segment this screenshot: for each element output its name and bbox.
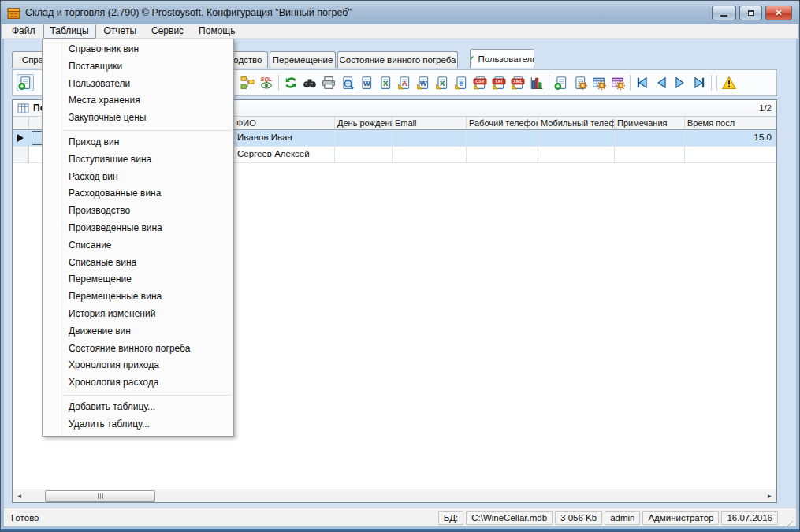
cell[interactable] bbox=[615, 147, 685, 163]
menu-item-storage-places[interactable]: Места хранения bbox=[43, 92, 233, 110]
menubar-item-help[interactable]: Помощь bbox=[192, 24, 242, 39]
titlebar[interactable]: Склад и торговля (2.790) © Prostoysoft. … bbox=[1, 1, 799, 24]
menu-item-expended-wines[interactable]: Расходованные вина bbox=[43, 185, 233, 203]
menu-item-received-wines[interactable]: Поступившие вина bbox=[43, 151, 233, 169]
menubar-item-reports[interactable]: Отчеты bbox=[97, 24, 143, 39]
add-row-icon[interactable] bbox=[553, 74, 570, 91]
nav-last-icon[interactable] bbox=[690, 74, 708, 91]
row-selector[interactable] bbox=[13, 130, 29, 147]
scroll-left-icon[interactable]: ◄ bbox=[13, 489, 26, 502]
config-properties-icon[interactable] bbox=[609, 74, 627, 91]
column-header-2[interactable]: День рождения bbox=[335, 117, 393, 129]
resize-grip[interactable] bbox=[783, 516, 793, 526]
menu-item-change-history[interactable]: История изменений bbox=[43, 306, 233, 323]
column-header-1[interactable]: ФИО bbox=[234, 117, 335, 129]
close-button[interactable]: ✕ bbox=[765, 6, 792, 20]
cell[interactable] bbox=[615, 130, 685, 147]
tab-cellar-state[interactable]: Состояние винного погреба bbox=[337, 51, 458, 68]
status-ready: Готово bbox=[7, 513, 436, 523]
export-txt-icon[interactable]: TXT bbox=[490, 74, 508, 91]
nav-next-icon[interactable] bbox=[672, 74, 689, 91]
menu-separator bbox=[64, 130, 232, 131]
svg-text:XML: XML bbox=[513, 79, 523, 84]
menu-item-movement[interactable]: Перемещение bbox=[43, 271, 233, 288]
export-csv-icon[interactable]: CSV bbox=[471, 74, 489, 91]
menu-item-wine-directory[interactable]: Справочник вин bbox=[43, 41, 233, 58]
menu-item-writtenoff-wines[interactable]: Списаные вина bbox=[43, 255, 233, 272]
menubar-item-service[interactable]: Сервис bbox=[144, 24, 191, 39]
menu-item-purchase-prices[interactable]: Закупочные цены bbox=[43, 110, 233, 127]
preview-icon[interactable] bbox=[339, 74, 356, 91]
svg-text:CSV: CSV bbox=[475, 79, 484, 84]
menu-item-cellar-state[interactable]: Состояние винного погреба bbox=[43, 340, 233, 358]
table-icon bbox=[17, 103, 29, 113]
scroll-thumb[interactable] bbox=[45, 490, 155, 502]
menu-item-add-table[interactable]: Добавить таблицу... bbox=[43, 399, 233, 416]
export-html-icon[interactable]: e bbox=[452, 74, 470, 91]
print-icon[interactable] bbox=[320, 74, 337, 91]
cell[interactable] bbox=[467, 130, 538, 147]
toolbar-separator bbox=[630, 75, 631, 91]
cell[interactable] bbox=[335, 130, 393, 147]
menubar-item-file[interactable]: Файл bbox=[5, 24, 43, 39]
new-record-icon[interactable] bbox=[17, 74, 34, 91]
menubar-item-tables[interactable]: Таблицы bbox=[43, 24, 96, 39]
menu-item-wine-expense[interactable]: Расход вин bbox=[43, 169, 233, 186]
column-header-3[interactable]: Email bbox=[393, 117, 467, 129]
menu-item-moved-wines[interactable]: Перемещенные вина bbox=[43, 288, 233, 306]
minimize-button[interactable] bbox=[712, 6, 736, 20]
word-icon[interactable]: W bbox=[358, 74, 375, 91]
cell[interactable] bbox=[538, 130, 615, 147]
column-header-7[interactable]: Время посл bbox=[685, 117, 776, 129]
toolbar-separator bbox=[278, 75, 279, 91]
cell[interactable] bbox=[335, 147, 393, 163]
sql-view-icon[interactable]: SQL bbox=[258, 74, 275, 91]
cell[interactable] bbox=[393, 130, 467, 147]
cell[interactable] bbox=[467, 147, 538, 163]
nav-prev-icon[interactable] bbox=[653, 74, 670, 91]
row-properties-icon[interactable] bbox=[571, 74, 589, 91]
menu-item-wine-income[interactable]: Приход вин bbox=[43, 134, 233, 151]
export-word-icon[interactable]: W bbox=[415, 74, 432, 91]
menu-item-expense-chronology[interactable]: Хронология расхода bbox=[43, 374, 233, 392]
svg-text:X: X bbox=[440, 79, 445, 87]
cell[interactable] bbox=[393, 147, 467, 163]
cell[interactable]: 15.0 bbox=[685, 130, 776, 147]
column-header-4[interactable]: Рабочий телефон bbox=[467, 117, 538, 129]
cell[interactable] bbox=[538, 147, 615, 163]
column-header-5[interactable]: Мобильный телефон bbox=[538, 117, 615, 129]
restore-button[interactable] bbox=[739, 6, 762, 20]
table-properties-icon[interactable] bbox=[590, 74, 608, 91]
refresh-icon[interactable] bbox=[282, 74, 300, 91]
window-title: Склад и торговля (2.790) © Prostoysoft. … bbox=[25, 7, 352, 18]
export-xml-icon[interactable]: XML bbox=[509, 74, 527, 91]
search-icon[interactable] bbox=[301, 74, 318, 91]
menu-item-users[interactable]: Пользователи bbox=[43, 76, 233, 93]
menu-item-production[interactable]: Производство bbox=[43, 203, 233, 220]
export-excel-icon[interactable]: X bbox=[433, 74, 451, 91]
tab-movement[interactable]: Перемещение bbox=[270, 51, 336, 68]
menu-item-writeoff[interactable]: Списание bbox=[43, 237, 233, 255]
horizontal-scrollbar[interactable]: ◄ ► bbox=[13, 489, 776, 502]
row-selector[interactable] bbox=[13, 147, 29, 163]
nav-first-icon[interactable] bbox=[634, 74, 651, 91]
scroll-right-icon[interactable]: ► bbox=[763, 489, 776, 502]
column-header-6[interactable]: Примечания bbox=[615, 117, 685, 129]
menu-item-suppliers[interactable]: Поставщики bbox=[43, 58, 233, 76]
menu-item-produced-wines[interactable]: Произведенные вина bbox=[43, 220, 233, 237]
db-structure-icon[interactable] bbox=[239, 74, 256, 91]
tab-label: Состояние винного погреба bbox=[340, 55, 456, 65]
export-pdf-icon[interactable]: A bbox=[396, 74, 413, 91]
warning-icon[interactable] bbox=[720, 74, 738, 91]
menu-item-income-chronology[interactable]: Хронология прихода bbox=[43, 357, 233, 374]
close-icon: ✕ bbox=[775, 8, 782, 18]
excel-icon[interactable]: X bbox=[377, 74, 394, 91]
cell[interactable]: Иванов Иван bbox=[234, 130, 335, 147]
cell[interactable]: Сергеев Алексей bbox=[234, 147, 335, 163]
tab-users[interactable]: ✓Пользователи bbox=[470, 49, 534, 68]
cell[interactable] bbox=[685, 147, 776, 163]
svg-text:TXT: TXT bbox=[495, 79, 504, 84]
menu-item-wine-flow[interactable]: Движение вин bbox=[43, 323, 233, 340]
chart-icon[interactable] bbox=[528, 74, 545, 91]
menu-item-delete-table[interactable]: Удалить таблицу... bbox=[43, 416, 233, 433]
